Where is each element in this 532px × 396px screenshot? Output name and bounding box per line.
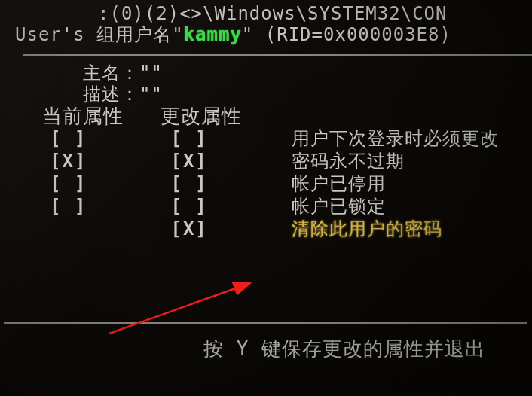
table-row: [ ] [ ] 帐户已锁定 (42, 195, 532, 218)
path-line: :(0)(2)<>\Windows\SYSTEM32\CON (15, 3, 532, 24)
row-label: 密码永不过期 (292, 150, 405, 172)
divider-top (23, 54, 532, 56)
username: kammy (184, 24, 242, 45)
change-checkbox[interactable]: [X] (159, 150, 280, 172)
row-label: 帐户已停用 (292, 172, 386, 195)
path-text: :(0)(2)<>\Windows\SYSTEM32\CON (98, 3, 447, 24)
table-row: [ ] [ ] 帐户已停用 (42, 172, 532, 195)
name-label: 主名： (83, 62, 139, 84)
col-change-header: 更改属性 (161, 105, 281, 127)
user-suffix: " (RID=0x000003E8) (242, 24, 451, 45)
desc-label: 描述： (83, 84, 139, 105)
change-checkbox[interactable]: [X] (159, 218, 280, 240)
field-labels: 主名："" 描述："" (15, 62, 532, 105)
name-value: "" (139, 62, 163, 84)
table-header: 当前属性 更改属性 (42, 105, 532, 127)
change-checkbox[interactable]: [ ] (159, 172, 280, 195)
annotation-arrow (105, 279, 271, 339)
user-line: User's 组用户名"kammy" (RID=0x000003E8) (15, 24, 532, 45)
current-checkbox[interactable]: [ ] (42, 172, 148, 195)
row-label: 清除此用户的密码 (292, 218, 442, 240)
table-row: [ ] [ ] 用户下次登录时必须更改 (42, 127, 532, 150)
header: :(0)(2)<>\Windows\SYSTEM32\CON User's 组用… (15, 3, 532, 45)
table-row: [X] [X] 密码永不过期 (42, 150, 532, 172)
divider-bottom (4, 322, 527, 324)
footer-prompt: 按 Y 键保存更改的属性并退出 (203, 336, 485, 362)
current-checkbox[interactable]: [X] (42, 150, 148, 172)
current-checkbox[interactable]: [ ] (42, 127, 148, 150)
name-row: 主名："" (83, 62, 532, 84)
col-current-header: 当前属性 (42, 105, 148, 127)
current-checkbox[interactable]: [ ] (42, 195, 148, 218)
desc-row: 描述："" (83, 84, 532, 105)
desc-value: "" (139, 84, 163, 105)
user-prefix: User's 组用户名" (15, 24, 184, 45)
table-row: [X] 清除此用户的密码 (42, 218, 532, 240)
svg-line-1 (109, 283, 250, 334)
change-checkbox[interactable]: [ ] (159, 127, 280, 150)
attribute-table: 当前属性 更改属性 [ ] [ ] 用户下次登录时必须更改 [X] [X] 密码… (15, 105, 532, 240)
change-checkbox[interactable]: [ ] (159, 195, 280, 218)
footer-text: 按 Y 键保存更改的属性并退出 (203, 337, 485, 360)
row-label: 帐户已锁定 (292, 195, 386, 218)
row-label: 用户下次登录时必须更改 (292, 127, 499, 150)
